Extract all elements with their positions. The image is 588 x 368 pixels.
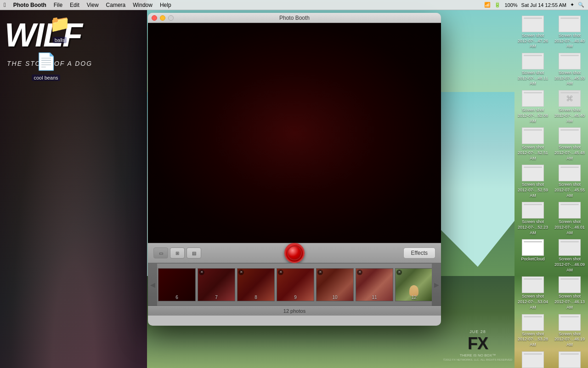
screenshot-thumb-16 — [522, 314, 544, 331]
strip-next-button[interactable]: ▶ — [432, 264, 441, 306]
screenshot-label-13: Screen shot2012-07-...46.09 AM — [552, 257, 587, 273]
photo-delete-8[interactable]: ✕ — [238, 270, 244, 275]
desktop:  Photo Booth File Edit View Camera Wind… — [0, 0, 588, 368]
photo-toolbar: ▭ ⊞ ▤ Effects — [148, 243, 441, 263]
screenshot-icon-15[interactable]: Screen shot2012-07-...46.13 AM — [551, 275, 588, 312]
photo-thumb-6[interactable]: 6 — [158, 268, 196, 301]
screenshot-label-12: Screen shot2012-07-...46.01 AM — [552, 219, 587, 236]
screenshot-icon-1[interactable]: Screen shot2012-07-...47.26 AM — [514, 14, 551, 51]
photo-delete-9[interactable]: ✕ — [278, 270, 283, 275]
screenshot-label-1: Screen shot2012-07-...47.26 AM — [515, 33, 550, 49]
screenshot-thumb-15 — [559, 276, 581, 293]
window-close-button[interactable] — [152, 15, 157, 21]
photo-delete-11[interactable]: ✕ — [357, 270, 362, 275]
photo-number-7: 7 — [198, 295, 235, 300]
photo-delete-7[interactable]: ✕ — [199, 270, 204, 275]
window-minimize-button[interactable] — [160, 15, 165, 21]
photo-number-6: 6 — [158, 295, 195, 300]
screenshot-icon-11[interactable]: Screen shot2012-07-...52.23 AM — [514, 200, 551, 237]
photo-number-8: 8 — [237, 295, 274, 300]
screenshot-label-15: Screen shot2012-07-...46.13 AM — [552, 294, 587, 310]
photo-thumb-10[interactable]: ✕ 10 — [316, 268, 354, 301]
view-buttons: ▭ ⊞ ▤ — [153, 247, 201, 259]
photobooth-window: Photo Booth ▭ ⊞ ▤ Effects — [148, 13, 441, 326]
bluetooth-icon: ✦ — [570, 2, 574, 8]
photo-number-9: 9 — [277, 295, 314, 300]
menu-edit[interactable]: Edit — [70, 2, 79, 8]
screenshot-thumb-2 — [559, 16, 581, 32]
view-grid4-icon: ⊞ — [175, 251, 179, 256]
screenshot-icon-18[interactable]: Screen shot2012-07-...53.24 AM — [514, 350, 551, 368]
screenshot-thumb-12 — [559, 202, 581, 218]
view-grid4-button[interactable]: ⊞ — [170, 247, 185, 259]
screenshot-icon-9[interactable]: Screen shot2012-07-...52.59 AM — [514, 163, 551, 200]
screenshot-label-16: Screen shot2012-07-...53.28 AM — [515, 332, 550, 348]
photos-container: 6 ✕ 7 ✕ 8 ✕ 9 — [157, 266, 432, 303]
photo-thumb-9[interactable]: ✕ 9 — [277, 268, 314, 301]
photo-delete-10[interactable]: ✕ — [317, 270, 323, 275]
menu-camera[interactable]: Camera — [106, 2, 126, 8]
photo-thumb-12[interactable]: ✕ 12 — [395, 268, 432, 301]
app-menu-photobooth[interactable]: Photo Booth — [13, 2, 46, 8]
screenshot-icon-3[interactable]: Screen shot2012-07-...48.11 AM — [514, 51, 551, 88]
screenshot-icon-10[interactable]: Screen shot2012-07-...45.55 AM — [551, 163, 588, 200]
menu-view[interactable]: View — [87, 2, 99, 8]
screenshot-icon-19[interactable]: Screen shot2012-07-...46.24 AM — [551, 350, 588, 368]
screenshot-thumb-3 — [522, 53, 544, 69]
view-single-button[interactable]: ▭ — [153, 247, 168, 259]
desktop-icon-balls[interactable]: 📁 balls — [41, 13, 78, 43]
screenshot-thumb-7 — [522, 127, 544, 144]
screenshot-icon-7[interactable]: Screen shot2012-07-...52.51 AM — [514, 126, 551, 163]
effects-button[interactable]: Effects — [403, 247, 435, 259]
search-icon[interactable]: 🔍 — [578, 2, 584, 8]
screenshot-icon-14[interactable]: Screen shot2012-07-...53.04 AM — [514, 275, 551, 312]
view-grid9-button[interactable]: ▤ — [187, 247, 201, 259]
screenshot-label-7: Screen shot2012-07-...52.51 AM — [515, 145, 550, 161]
window-title: Photo Booth — [279, 15, 310, 21]
screenshot-label-6: Screen shot2012-07-...45.40 AM — [552, 108, 587, 124]
apple-menu[interactable]:  — [4, 1, 6, 8]
screenshot-label-14: Screen shot2012-07-...53.04 AM — [515, 294, 550, 310]
screenshot-icon-8[interactable]: Screen shot2012-07-...45.48 AM — [551, 126, 588, 163]
view-grid9-icon: ▤ — [192, 251, 196, 256]
photo-thumb-11[interactable]: ✕ 11 — [356, 268, 393, 301]
screenshot-thumb-6: ⌘ — [559, 90, 581, 107]
screenshot-icon-12[interactable]: Screen shot2012-07-...46.01 AM — [551, 200, 588, 237]
screenshot-label-10: Screen shot2012-07-...45.55 AM — [552, 182, 587, 198]
photo-thumb-8[interactable]: ✕ 8 — [237, 268, 275, 301]
desktop-icon-coolbeans[interactable]: 📄 cool beans — [28, 51, 64, 81]
pocketcloud-thumb — [522, 239, 544, 256]
camera-view — [148, 23, 441, 243]
photo-count-bar: 12 photos — [148, 305, 441, 316]
screenshot-label-9: Screen shot2012-07-...52.59 AM — [515, 182, 550, 198]
screenshot-icon-2[interactable]: Screen shot2012-07-...40.40 AM — [551, 14, 588, 51]
file-icon: 📄 — [35, 51, 57, 73]
screenshot-icon-5[interactable]: Screen shot2012-07-...52.08 AM — [514, 88, 551, 126]
screenshot-icon-16[interactable]: Screen shot2012-07-...53.28 AM — [514, 312, 551, 350]
menu-help[interactable]: Help — [160, 2, 171, 8]
photo-delete-12[interactable]: ✕ — [396, 270, 402, 275]
folder-icon: 📁 — [49, 13, 71, 35]
window-maximize-button[interactable] — [168, 15, 174, 21]
screenshot-thumb-14 — [522, 276, 544, 293]
screenshot-icon-4[interactable]: Screen shot2012-07-...45.33 AM — [551, 51, 588, 88]
right-icons-panel: Screen shot2012-07-...47.26 AM Screen sh… — [514, 14, 588, 368]
menubar:  Photo Booth File Edit View Camera Wind… — [0, 0, 588, 10]
screenshot-thumb-4 — [559, 53, 581, 69]
pocketcloud-icon[interactable]: PocketCloud — [514, 237, 551, 275]
screenshot-icon-13[interactable]: Screen shot2012-07-...46.09 AM — [551, 237, 588, 275]
pocketcloud-label: PocketCloud — [521, 257, 544, 262]
screenshot-thumb-11 — [522, 202, 544, 218]
screenshot-icon-6[interactable]: ⌘ Screen shot2012-07-...45.40 AM — [551, 88, 588, 126]
icon-label-balls: balls — [53, 37, 67, 43]
menu-window[interactable]: Window — [133, 2, 153, 8]
strip-prev-button[interactable]: ◀ — [148, 264, 157, 306]
photo-number-12: 12 — [396, 295, 432, 300]
capture-button-inner — [287, 246, 302, 260]
capture-button[interactable] — [284, 243, 305, 263]
screenshot-thumb-1 — [522, 16, 544, 32]
screenshot-label-4: Screen shot2012-07-...45.33 AM — [552, 70, 587, 86]
photo-thumb-7[interactable]: ✕ 7 — [198, 268, 235, 301]
menu-file[interactable]: File — [54, 2, 62, 8]
screenshot-icon-17[interactable]: Screen shot2012-07-...46.19 AM — [551, 312, 588, 350]
